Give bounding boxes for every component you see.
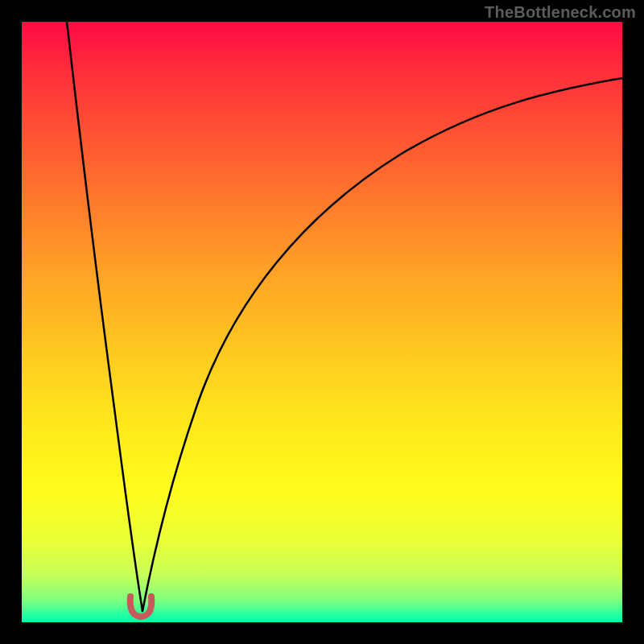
plot-area	[22, 22, 622, 622]
chart-container: TheBottleneck.com	[0, 0, 644, 644]
bottleneck-curve-left	[67, 22, 142, 611]
bottleneck-curve-right	[142, 78, 622, 611]
watermark-text: TheBottleneck.com	[485, 3, 636, 22]
optimum-marker	[127, 595, 155, 617]
curve-layer	[22, 22, 622, 622]
